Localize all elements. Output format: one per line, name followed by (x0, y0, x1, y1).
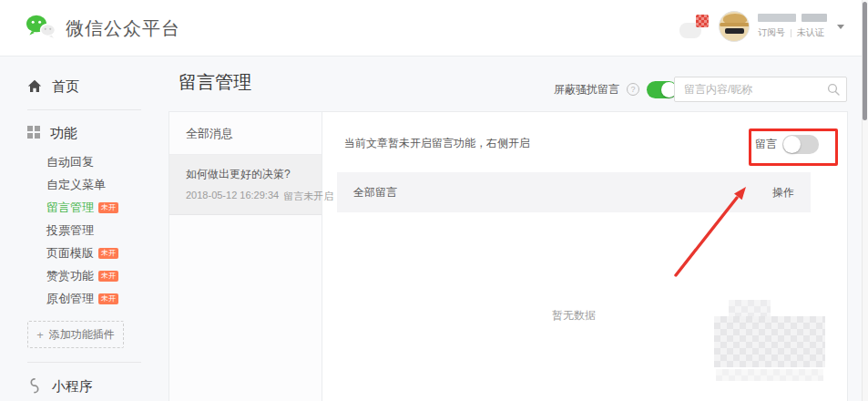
features-subnav: 自动回复 自定义菜单 留言管理未开 投票管理 页面模版未开 赞赏功能未开 原创管… (46, 150, 168, 310)
sidebar-features-label: 功能 (50, 125, 77, 142)
account-type-label: 订阅号 (758, 26, 785, 39)
scrollbar-track[interactable] (862, 0, 868, 401)
sidebar-item-appreciation[interactable]: 赞赏功能未开 (46, 264, 168, 287)
message-list-column: 全部消息 如何做出更好的决策? 2018-05-12 16:29:34 留言未开… (169, 112, 322, 401)
block-spam-label: 屏蔽骚扰留言 (554, 82, 619, 98)
brand-title: 微信公众平台 (66, 16, 180, 41)
comment-management-panel: 全部消息 如何做出更好的决策? 2018-05-12 16:29:34 留言未开… (168, 111, 848, 401)
sidebar-divider (27, 109, 141, 110)
not-enabled-badge: 未开 (98, 293, 118, 304)
comment-toggle-label: 留言 (755, 137, 777, 152)
sidebar-home-label: 首页 (52, 78, 79, 96)
sidebar-item-vote-management[interactable]: 投票管理 (46, 219, 168, 242)
sidebar-miniprogram-label: 小程序 (52, 378, 93, 396)
wechat-logo-icon (26, 14, 56, 44)
account-meta: 订阅号 未认证 (758, 26, 827, 39)
home-icon (27, 79, 42, 96)
toggle-knob (783, 136, 801, 153)
message-time: 2018-05-12 16:29:34 (186, 190, 279, 203)
sidebar-item-custom-menu[interactable]: 自定义菜单 (46, 173, 168, 196)
avatar-hat-brim (720, 23, 750, 26)
comments-table-header: 全部留言 操作 (337, 172, 811, 212)
sidebar: 首页 功能 自动回复 自定义菜单 留言管理未开 (0, 57, 168, 401)
account-status-label: 未认证 (797, 26, 824, 39)
plus-icon: + (36, 328, 44, 342)
not-enabled-badge: 未开 (98, 202, 118, 213)
action-column-header: 操作 (772, 185, 794, 200)
message-status: 留言未开启 (283, 190, 333, 203)
help-icon[interactable]: ? (627, 83, 639, 96)
avatar-sunglasses (725, 28, 744, 34)
search-box (674, 77, 847, 102)
sidebar-divider (27, 362, 141, 363)
censored-account-name (758, 14, 827, 22)
comment-toggle-group: 留言 (755, 135, 819, 154)
top-header: 微信公众平台 订阅号 未认证 (0, 0, 868, 57)
not-enabled-badge: 未开 (98, 248, 118, 259)
brand-home-link[interactable]: 微信公众平台 (26, 14, 180, 44)
all-messages-tab[interactable]: 全部消息 (169, 112, 322, 155)
meta-divider (791, 29, 791, 37)
all-comments-header: 全部留言 (353, 185, 397, 200)
sidebar-item-comment-management[interactable]: 留言管理未开 (46, 196, 168, 219)
scrollbar-thumb[interactable] (863, 2, 867, 120)
search-icon[interactable] (827, 83, 840, 99)
wechat-mp-admin: 微信公众平台 订阅号 未认证 (0, 0, 868, 401)
add-plugin-button[interactable]: + 添加功能插件 (27, 321, 124, 348)
sidebar-item-home[interactable]: 首页 (27, 78, 168, 96)
miniprogram-icon (27, 377, 42, 396)
sidebar-section-miniprogram: 小程序 (27, 377, 168, 396)
caret-down-icon[interactable] (837, 25, 844, 29)
features-grid-icon (27, 126, 40, 141)
censored-red-icon (696, 15, 709, 27)
not-enabled-badge: 未开 (98, 271, 118, 282)
message-list-item[interactable]: 如何做出更好的决策? 2018-05-12 16:29:34 留言未开启 (169, 155, 322, 215)
censored-watermark (716, 369, 823, 381)
avatar[interactable] (719, 11, 750, 42)
sidebar-item-original-management[interactable]: 原创管理未开 (46, 287, 168, 310)
page-title: 留言管理 (179, 70, 251, 95)
message-title: 如何做出更好的决策? (186, 167, 309, 182)
search-input[interactable] (674, 77, 847, 102)
sidebar-section-features: 功能 (27, 125, 168, 142)
comment-enable-toggle[interactable] (782, 135, 819, 154)
account-info: 订阅号 未认证 (758, 14, 827, 39)
sidebar-item-auto-reply[interactable]: 自动回复 (46, 150, 168, 173)
spam-filter-controls: 屏蔽骚扰留言 ? (554, 77, 678, 102)
account-menu[interactable]: 订阅号 未认证 (679, 11, 844, 42)
sidebar-item-page-template[interactable]: 页面模版未开 (46, 242, 168, 264)
add-plugin-label: 添加功能插件 (49, 327, 115, 343)
censored-watermark (714, 316, 825, 367)
block-spam-toggle[interactable] (647, 81, 678, 98)
message-meta: 2018-05-12 16:29:34 留言未开启 (186, 190, 309, 203)
comment-disabled-notice: 当前文章暂未开启留言功能，右侧开启 (344, 136, 530, 151)
censored-notification-icon (679, 13, 710, 40)
